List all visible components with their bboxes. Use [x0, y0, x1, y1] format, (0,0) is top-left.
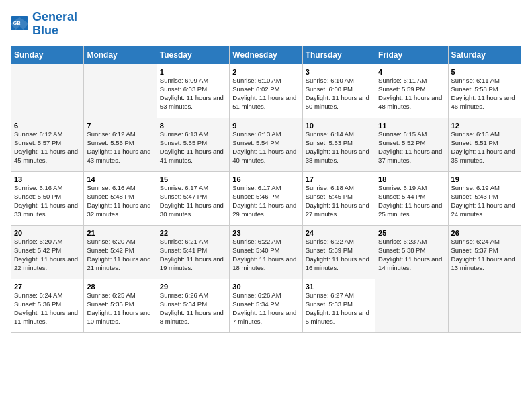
day-number: 3: [306, 67, 372, 77]
day-number: 1: [160, 67, 226, 77]
day-info: Sunrise: 6:15 AMSunset: 5:51 PMDaylight:…: [451, 130, 518, 165]
calendar-cell: 20Sunrise: 6:20 AMSunset: 5:42 PMDayligh…: [11, 225, 84, 279]
days-of-week-header: SundayMondayTuesdayWednesdayThursdayFrid…: [11, 46, 521, 64]
day-number: 20: [14, 228, 81, 238]
week-row-3: 13Sunrise: 6:16 AMSunset: 5:50 PMDayligh…: [11, 171, 521, 225]
day-info: Sunrise: 6:13 AMSunset: 5:55 PMDaylight:…: [160, 130, 226, 165]
calendar-cell: 22Sunrise: 6:21 AMSunset: 5:41 PMDayligh…: [157, 225, 229, 279]
dow-monday: Monday: [84, 46, 157, 64]
day-info: Sunrise: 6:26 AMSunset: 5:34 PMDaylight:…: [160, 291, 226, 326]
day-info: Sunrise: 6:24 AMSunset: 5:37 PMDaylight:…: [451, 238, 518, 272]
day-number: 17: [306, 175, 372, 185]
calendar-cell: 11Sunrise: 6:15 AMSunset: 5:52 PMDayligh…: [375, 118, 448, 171]
day-info: Sunrise: 6:11 AMSunset: 5:59 PMDaylight:…: [378, 77, 445, 111]
logo: GB General Blue: [11, 11, 77, 38]
day-number: 9: [232, 121, 299, 131]
day-number: 11: [378, 121, 445, 131]
day-number: 5: [451, 67, 518, 77]
dow-thursday: Thursday: [302, 46, 375, 64]
calendar-cell: 3Sunrise: 6:10 AMSunset: 6:00 PMDaylight…: [302, 64, 375, 118]
logo-text: General Blue: [32, 11, 77, 38]
calendar-cell: [11, 64, 84, 118]
day-number: 4: [378, 67, 445, 77]
week-row-5: 27Sunrise: 6:24 AMSunset: 5:36 PMDayligh…: [11, 279, 521, 332]
day-number: 21: [87, 228, 153, 238]
day-number: 31: [306, 282, 372, 292]
calendar-cell: 26Sunrise: 6:24 AMSunset: 5:37 PMDayligh…: [448, 225, 521, 279]
day-number: 13: [14, 175, 81, 185]
day-number: 7: [87, 121, 153, 131]
day-info: Sunrise: 6:12 AMSunset: 5:56 PMDaylight:…: [87, 130, 153, 165]
day-info: Sunrise: 6:09 AMSunset: 6:03 PMDaylight:…: [160, 77, 226, 111]
day-info: Sunrise: 6:22 AMSunset: 5:39 PMDaylight:…: [306, 238, 372, 272]
day-number: 8: [160, 121, 226, 131]
calendar-cell: 30Sunrise: 6:26 AMSunset: 5:34 PMDayligh…: [230, 279, 302, 332]
day-info: Sunrise: 6:10 AMSunset: 6:02 PMDaylight:…: [232, 77, 299, 111]
day-info: Sunrise: 6:11 AMSunset: 5:58 PMDaylight:…: [451, 77, 518, 111]
day-info: Sunrise: 6:17 AMSunset: 5:46 PMDaylight:…: [232, 184, 299, 218]
calendar-cell: 13Sunrise: 6:16 AMSunset: 5:50 PMDayligh…: [11, 171, 84, 225]
calendar-cell: 4Sunrise: 6:11 AMSunset: 5:59 PMDaylight…: [375, 64, 448, 118]
day-number: 24: [306, 228, 372, 238]
day-info: Sunrise: 6:10 AMSunset: 6:00 PMDaylight:…: [306, 77, 372, 111]
svg-text:GB: GB: [13, 20, 21, 26]
day-number: 29: [160, 282, 226, 292]
calendar-cell: 25Sunrise: 6:23 AMSunset: 5:38 PMDayligh…: [375, 225, 448, 279]
day-number: 28: [87, 282, 153, 292]
calendar-cell: 16Sunrise: 6:17 AMSunset: 5:46 PMDayligh…: [230, 171, 302, 225]
calendar-cell: 18Sunrise: 6:19 AMSunset: 5:44 PMDayligh…: [375, 171, 448, 225]
calendar-cell: 6Sunrise: 6:12 AMSunset: 5:57 PMDaylight…: [11, 118, 84, 171]
dow-wednesday: Wednesday: [230, 46, 302, 64]
calendar-cell: 28Sunrise: 6:25 AMSunset: 5:35 PMDayligh…: [84, 279, 157, 332]
calendar-cell: 10Sunrise: 6:14 AMSunset: 5:53 PMDayligh…: [302, 118, 375, 171]
calendar-cell: 29Sunrise: 6:26 AMSunset: 5:34 PMDayligh…: [157, 279, 229, 332]
calendar-cell: 17Sunrise: 6:18 AMSunset: 5:45 PMDayligh…: [302, 171, 375, 225]
calendar-cell: 15Sunrise: 6:17 AMSunset: 5:47 PMDayligh…: [157, 171, 229, 225]
day-number: 22: [160, 228, 226, 238]
calendar-table: SundayMondayTuesdayWednesdayThursdayFrid…: [11, 46, 521, 333]
dow-friday: Friday: [375, 46, 448, 64]
day-info: Sunrise: 6:24 AMSunset: 5:36 PMDaylight:…: [14, 291, 81, 326]
logo-blue: Blue: [32, 24, 58, 37]
day-info: Sunrise: 6:20 AMSunset: 5:42 PMDaylight:…: [87, 238, 153, 272]
day-number: 12: [451, 121, 518, 131]
calendar-cell: 1Sunrise: 6:09 AMSunset: 6:03 PMDaylight…: [157, 64, 229, 118]
day-info: Sunrise: 6:20 AMSunset: 5:42 PMDaylight:…: [14, 238, 81, 272]
day-info: Sunrise: 6:19 AMSunset: 5:43 PMDaylight:…: [451, 184, 518, 218]
calendar-cell: 12Sunrise: 6:15 AMSunset: 5:51 PMDayligh…: [448, 118, 521, 171]
day-number: 25: [378, 228, 445, 238]
day-info: Sunrise: 6:19 AMSunset: 5:44 PMDaylight:…: [378, 184, 445, 218]
day-info: Sunrise: 6:16 AMSunset: 5:50 PMDaylight:…: [14, 184, 81, 218]
logo-general: General: [32, 10, 77, 24]
calendar-cell: 21Sunrise: 6:20 AMSunset: 5:42 PMDayligh…: [84, 225, 157, 279]
day-number: 18: [378, 175, 445, 185]
dow-saturday: Saturday: [448, 46, 521, 64]
calendar-cell: 9Sunrise: 6:13 AMSunset: 5:54 PMDaylight…: [230, 118, 302, 171]
day-info: Sunrise: 6:18 AMSunset: 5:45 PMDaylight:…: [306, 184, 372, 218]
calendar-cell: 31Sunrise: 6:27 AMSunset: 5:33 PMDayligh…: [302, 279, 375, 332]
day-number: 26: [451, 228, 518, 238]
day-number: 19: [451, 175, 518, 185]
week-row-4: 20Sunrise: 6:20 AMSunset: 5:42 PMDayligh…: [11, 225, 521, 279]
day-info: Sunrise: 6:17 AMSunset: 5:47 PMDaylight:…: [160, 184, 226, 218]
day-info: Sunrise: 6:12 AMSunset: 5:57 PMDaylight:…: [14, 130, 81, 165]
day-number: 2: [232, 67, 299, 77]
day-info: Sunrise: 6:14 AMSunset: 5:53 PMDaylight:…: [306, 130, 372, 165]
day-number: 27: [14, 282, 81, 292]
calendar-cell: [448, 279, 521, 332]
week-row-2: 6Sunrise: 6:12 AMSunset: 5:57 PMDaylight…: [11, 118, 521, 171]
day-number: 30: [232, 282, 299, 292]
day-number: 10: [306, 121, 372, 131]
calendar-cell: 14Sunrise: 6:16 AMSunset: 5:48 PMDayligh…: [84, 171, 157, 225]
day-info: Sunrise: 6:16 AMSunset: 5:48 PMDaylight:…: [87, 184, 153, 218]
dow-sunday: Sunday: [11, 46, 84, 64]
calendar-cell: 24Sunrise: 6:22 AMSunset: 5:39 PMDayligh…: [302, 225, 375, 279]
day-number: 6: [14, 121, 81, 131]
day-info: Sunrise: 6:15 AMSunset: 5:52 PMDaylight:…: [378, 130, 445, 165]
logo-icon: GB: [11, 16, 30, 32]
calendar-cell: [84, 64, 157, 118]
calendar-cell: 2Sunrise: 6:10 AMSunset: 6:02 PMDaylight…: [230, 64, 302, 118]
day-number: 15: [160, 175, 226, 185]
dow-tuesday: Tuesday: [157, 46, 229, 64]
calendar-cell: [375, 279, 448, 332]
